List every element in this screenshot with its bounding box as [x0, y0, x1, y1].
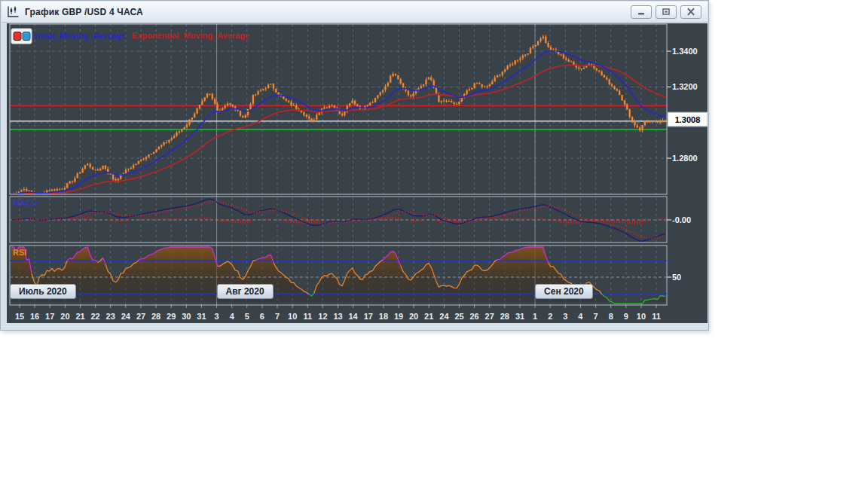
svg-text:31: 31 — [515, 312, 524, 321]
grid-layer — [10, 24, 667, 305]
svg-text:11: 11 — [303, 312, 312, 321]
restore-button[interactable] — [656, 5, 677, 19]
svg-text:23: 23 — [106, 312, 115, 321]
svg-text:27: 27 — [136, 312, 145, 321]
svg-text:50: 50 — [672, 273, 681, 282]
time-axis: 1516172021222324272829303134567101112131… — [15, 305, 661, 321]
svg-text:17: 17 — [45, 312, 54, 321]
svg-text:25: 25 — [454, 312, 463, 321]
svg-text:14: 14 — [348, 312, 358, 321]
svg-text:9: 9 — [624, 312, 628, 321]
legend-swatch-blue[interactable] — [23, 32, 30, 41]
svg-text:3: 3 — [215, 312, 219, 321]
close-button[interactable] — [680, 5, 701, 19]
svg-text:31: 31 — [197, 312, 206, 321]
svg-text:1.2800: 1.2800 — [672, 154, 698, 163]
svg-text:10: 10 — [288, 312, 297, 321]
svg-text:19: 19 — [394, 312, 403, 321]
svg-text:13: 13 — [333, 312, 342, 321]
svg-text:29: 29 — [167, 312, 176, 321]
svg-text:24: 24 — [439, 312, 449, 321]
svg-text:4: 4 — [578, 312, 583, 321]
svg-text:24: 24 — [121, 312, 131, 321]
svg-text:11: 11 — [652, 312, 661, 321]
svg-text:1.3200: 1.3200 — [672, 82, 698, 91]
chart-icon — [7, 5, 20, 18]
svg-text:21: 21 — [75, 312, 84, 321]
svg-text:30: 30 — [182, 312, 191, 321]
svg-text:7: 7 — [594, 312, 598, 321]
restore-icon — [662, 8, 671, 16]
svg-text:27: 27 — [485, 312, 494, 321]
ema-slow-legend-label: Exponential_Moving_Average — [132, 31, 249, 40]
macd-label: MACD — [13, 198, 38, 207]
legend: ential_Moving_AverageExponential_Moving_… — [11, 29, 249, 44]
minimize-button[interactable] — [631, 5, 652, 19]
rsi-label: RSI — [13, 248, 26, 257]
price-axis: 1.34001.32001.28001.3008-0.0050 — [667, 47, 708, 282]
month-button[interactable]: Сен 2020 — [535, 284, 593, 299]
svg-text:28: 28 — [151, 312, 160, 321]
svg-text:1.3008: 1.3008 — [675, 115, 701, 124]
month-button[interactable]: Авг 2020 — [217, 284, 274, 299]
month-button[interactable]: Июль 2020 — [10, 284, 76, 299]
svg-text:18: 18 — [379, 312, 388, 321]
svg-text:6: 6 — [260, 312, 264, 321]
svg-text:12: 12 — [318, 312, 327, 321]
svg-text:26: 26 — [469, 312, 478, 321]
svg-text:1.3400: 1.3400 — [672, 47, 698, 56]
svg-text:20: 20 — [60, 312, 69, 321]
svg-text:17: 17 — [364, 312, 373, 321]
svg-text:7: 7 — [275, 312, 280, 321]
window-title: График GBP /USD 4 ЧАСА — [25, 7, 143, 17]
chart-canvas-area[interactable]: 1.34001.32001.28001.3008-0.0050MACDRSI15… — [7, 23, 708, 323]
chart-window: График GBP /USD 4 ЧАСА — [0, 0, 709, 331]
svg-text:1: 1 — [533, 312, 537, 321]
svg-text:5: 5 — [245, 312, 249, 321]
window-titlebar[interactable]: График GBP /USD 4 ЧАСА — [2, 2, 708, 23]
svg-text:3: 3 — [563, 312, 567, 321]
svg-text:10: 10 — [637, 312, 646, 321]
svg-text:22: 22 — [90, 312, 99, 321]
svg-text:16: 16 — [30, 312, 39, 321]
price-chart-svg[interactable]: 1.34001.32001.28001.3008-0.0050MACDRSI15… — [7, 23, 708, 323]
ema-fast-legend-label: ential_Moving_Average — [33, 31, 125, 40]
svg-text:8: 8 — [609, 312, 613, 321]
window-controls — [631, 5, 701, 19]
svg-text:2: 2 — [548, 312, 552, 321]
svg-text:20: 20 — [409, 312, 418, 321]
svg-text:-0.00: -0.00 — [672, 215, 691, 224]
svg-text:28: 28 — [500, 312, 509, 321]
minimize-icon — [637, 8, 646, 16]
svg-text:21: 21 — [424, 312, 433, 321]
legend-swatch-red[interactable] — [14, 32, 21, 41]
svg-text:4: 4 — [230, 312, 235, 321]
svg-text:15: 15 — [15, 312, 24, 321]
close-icon — [686, 8, 695, 16]
